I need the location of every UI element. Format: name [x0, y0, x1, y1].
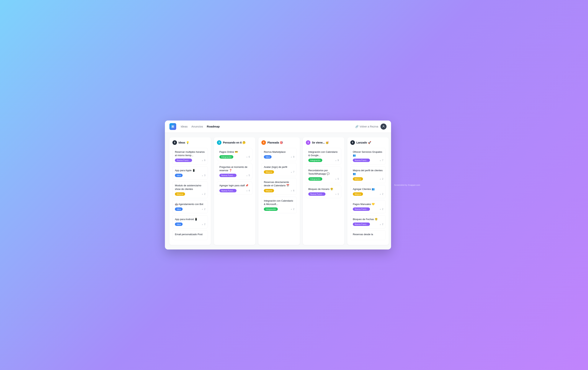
list-item[interactable]: Ofrecer Servicios Grupales 👥Nueva Funci.…: [350, 148, 386, 164]
vote-count[interactable]: ▲6: [201, 159, 205, 162]
vote-count[interactable]: ▲7: [379, 159, 383, 162]
vote-count[interactable]: ▲5: [335, 178, 339, 180]
upvote-arrow[interactable]: ▲: [335, 159, 337, 162]
vote-count[interactable]: ▲6: [246, 156, 250, 158]
upvote-arrow[interactable]: ▲: [290, 171, 292, 173]
list-item[interactable]: Email personalizado Post: [172, 230, 208, 240]
card-footer: Nueva Funci...▲1: [308, 192, 339, 196]
upvote-arrow[interactable]: ▲: [379, 159, 381, 162]
column-title-planeada: Planeada 🎯: [267, 141, 283, 144]
column-planeada: 4Planeada 🎯Rezrva MarketplaceIdea▲9Avata…: [258, 137, 300, 245]
upvote-arrow[interactable]: ▲: [379, 223, 381, 225]
list-item[interactable]: Reservas directamente desde el Calendari…: [261, 178, 297, 195]
list-item[interactable]: Mejora del perfil de clientes 👥Mejora▲2: [350, 166, 386, 183]
vote-count[interactable]: ▲1: [335, 193, 339, 195]
vote-count[interactable]: ▲9: [335, 159, 339, 162]
column-title-se-viene: Se viene... 🥳: [312, 141, 329, 144]
list-item[interactable]: Pagos Manuales 💛Nueva Funci...▲2: [350, 200, 386, 213]
vote-count[interactable]: ▲9: [290, 156, 294, 158]
upvote-arrow[interactable]: ▲: [379, 178, 381, 180]
list-item[interactable]: App para Apple 📱Idea▲3: [172, 166, 208, 180]
list-item[interactable]: Modulo de asistencia/no show de clientes…: [172, 181, 208, 198]
upvote-arrow[interactable]: ▲: [201, 208, 203, 210]
upvote-arrow[interactable]: ▲: [201, 174, 203, 176]
upvote-arrow[interactable]: ▲: [246, 190, 248, 192]
vote-count[interactable]: ▲2: [379, 208, 383, 210]
vote-count[interactable]: ▲2: [379, 223, 383, 226]
upvote-arrow[interactable]: ▲: [379, 208, 381, 210]
upvote-arrow[interactable]: ▲: [290, 190, 292, 192]
vote-number: 2: [382, 208, 383, 210]
column-header-ideas: 8Ideas 💡: [172, 140, 208, 145]
list-item[interactable]: Recordatorios por Texto/Whatsapp 💬Integr…: [306, 166, 341, 183]
card-title: Agregar login para staff 📌: [219, 184, 250, 187]
list-item[interactable]: Avatar (logo) de perfilMejora▲7: [261, 163, 297, 176]
vote-count[interactable]: ▲2: [201, 193, 205, 195]
nav-link-roadmap[interactable]: Roadmap: [207, 125, 220, 128]
upvote-arrow[interactable]: ▲: [201, 159, 203, 162]
app-window: R Ideas Anuncios Roadmap 🔗 Volver a Rezr…: [165, 120, 391, 250]
status-badge: Mejora: [175, 192, 185, 196]
list-item[interactable]: Agregar login para staff 📌Nueva Funci...…: [217, 181, 252, 195]
card-footer: Mejora▲7: [264, 170, 294, 174]
vote-number: 2: [204, 208, 205, 210]
status-badge: Idea: [175, 223, 183, 226]
list-item[interactable]: Agregar Clientes 👥Mejora▲2: [350, 185, 386, 198]
list-item[interactable]: Bloqueo de Fechas 😤Nueva Funci...▲2: [350, 215, 386, 228]
list-item[interactable]: Preguntas al momento de reservar ❓Nueva …: [217, 163, 252, 180]
upvote-arrow[interactable]: ▲: [246, 156, 248, 158]
status-badge: Nueva Funci...: [175, 159, 192, 162]
vote-count[interactable]: ▲6: [290, 189, 294, 192]
upvote-arrow[interactable]: ▲: [201, 193, 203, 195]
back-link[interactable]: 🔗 Volver a Rezrva: [355, 125, 378, 128]
card-footer: Nueva Funci...▲4: [219, 189, 250, 192]
upvote-arrow[interactable]: ▲: [201, 223, 203, 225]
upvote-arrow[interactable]: ▲: [335, 178, 337, 180]
upvote-arrow[interactable]: ▲: [290, 208, 292, 210]
nav-link-anuncios[interactable]: Anuncios: [191, 125, 203, 128]
upvote-arrow[interactable]: ▲: [290, 156, 292, 158]
card-title: Email personalizado Post: [175, 233, 205, 236]
list-item[interactable]: Reservas desde la: [350, 230, 386, 240]
status-badge: Mejora: [353, 177, 363, 181]
column-title-pensando: Pensando en ti 🤔: [223, 141, 246, 144]
list-item[interactable]: Integración con Calendario & Microsoft..…: [261, 197, 297, 213]
vote-count[interactable]: ▲2: [379, 193, 383, 195]
list-item[interactable]: Rezrva MarketplaceIdea▲9: [261, 148, 297, 161]
list-item[interactable]: App para Android 📱Idea▲2: [172, 215, 208, 228]
vote-count[interactable]: ▲2: [379, 178, 383, 180]
vote-count[interactable]: ▲7: [290, 171, 294, 173]
vote-count[interactable]: ▲2: [201, 208, 205, 210]
column-pensando: 3Pensando en ti 🤔Pagos Online 💳Integraci…: [214, 137, 255, 245]
vote-count[interactable]: ▲5: [246, 174, 250, 177]
svg-text:R: R: [172, 125, 174, 128]
card-footer: Idea▲3: [175, 174, 205, 177]
card-footer: Nueva Funci...▲2: [353, 207, 383, 211]
upvote-arrow[interactable]: ▲: [246, 174, 248, 176]
vote-count[interactable]: ▲3: [201, 174, 205, 177]
card-footer: Integración▲9: [308, 159, 339, 162]
nav-link-ideas[interactable]: Ideas: [181, 125, 188, 128]
logo: R: [169, 123, 176, 130]
list-item[interactable]: Bloqueo de Horario 😤Nueva Funci...▲1: [306, 185, 341, 198]
card-footer: Nueva Funci...▲6: [175, 159, 205, 162]
card-footer: Mejora▲2: [353, 177, 383, 181]
avatar[interactable]: [380, 123, 387, 130]
list-item[interactable]: Integración con Calendario & Google...In…: [306, 148, 341, 164]
vote-count[interactable]: ▲4: [246, 189, 250, 192]
card-title: Reservar multiples horarios al mismo tie…: [175, 150, 205, 157]
vote-number: 2: [382, 193, 383, 195]
list-item[interactable]: Reservar multiples horarios al mismo tie…: [172, 148, 208, 164]
card-title: Pagos Manuales 💛: [353, 203, 383, 206]
list-item[interactable]: Pagos Online 💳Integración▲6: [217, 148, 252, 161]
vote-count[interactable]: ▲2: [290, 208, 294, 210]
column-header-lanzado: 6Lanzado 🚀: [350, 140, 386, 145]
screenshot-credit: Screenshot by Xnapper.com: [391, 183, 423, 187]
status-badge: Nueva Funci...: [353, 223, 370, 226]
upvote-arrow[interactable]: ▲: [379, 193, 381, 195]
vote-number: 2: [204, 193, 205, 195]
list-item[interactable]: 🤖 Agendamiento con BotIdea▲2: [172, 200, 208, 213]
upvote-arrow[interactable]: ▲: [335, 193, 337, 195]
vote-count[interactable]: ▲2: [201, 223, 205, 226]
card-footer: Mejora▲6: [264, 189, 294, 192]
